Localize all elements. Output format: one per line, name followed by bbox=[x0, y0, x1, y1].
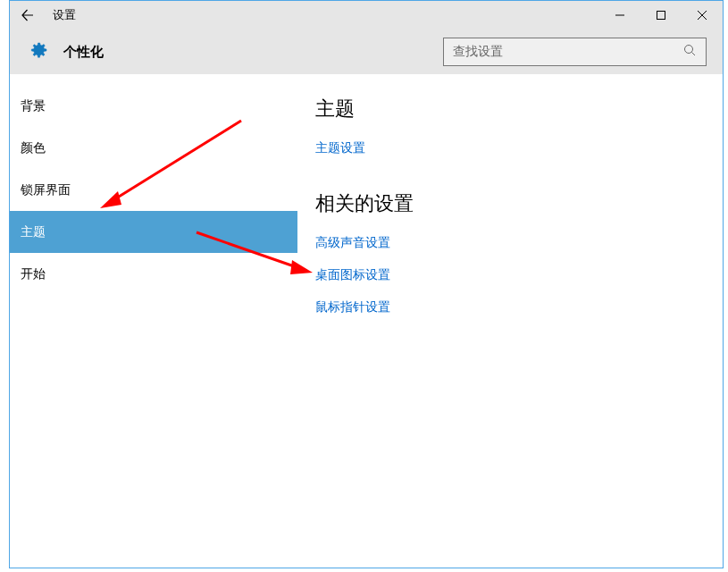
sidebar-item-label: 颜色 bbox=[21, 140, 46, 156]
back-button[interactable] bbox=[17, 4, 38, 26]
content: 背景 颜色 锁屏界面 主题 开始 主题 主题设置 相关的设置 高级声音设置 桌面… bbox=[10, 74, 723, 568]
svg-point-4 bbox=[685, 46, 693, 54]
sidebar-item-background[interactable]: 背景 bbox=[10, 85, 297, 127]
header-left: 个性化 bbox=[28, 39, 104, 64]
sidebar-item-label: 主题 bbox=[21, 224, 46, 240]
sidebar-item-label: 锁屏界面 bbox=[21, 182, 71, 198]
search-icon bbox=[682, 43, 697, 61]
header-title: 个性化 bbox=[63, 44, 104, 61]
search-box[interactable]: 查找设置 bbox=[443, 38, 707, 66]
sidebar: 背景 颜色 锁屏界面 主题 开始 bbox=[10, 74, 297, 568]
titlebar-left: 设置 bbox=[17, 4, 76, 26]
maximize-button[interactable] bbox=[640, 1, 682, 29]
settings-window: 设置 个性化 查找设置 背 bbox=[9, 0, 724, 568]
link-desktop-icons[interactable]: 桌面图标设置 bbox=[315, 267, 705, 283]
sidebar-item-themes[interactable]: 主题 bbox=[10, 211, 297, 253]
titlebar: 设置 bbox=[10, 1, 723, 29]
close-icon bbox=[697, 10, 707, 21]
titlebar-right bbox=[599, 1, 723, 29]
sidebar-item-start[interactable]: 开始 bbox=[10, 253, 297, 295]
minimize-button[interactable] bbox=[599, 1, 640, 29]
sidebar-item-label: 背景 bbox=[21, 98, 46, 114]
link-advanced-sound[interactable]: 高级声音设置 bbox=[315, 235, 705, 251]
header: 个性化 查找设置 bbox=[10, 29, 723, 74]
svg-line-5 bbox=[692, 53, 696, 56]
close-button[interactable] bbox=[682, 1, 723, 29]
minimize-icon bbox=[615, 10, 625, 21]
main-panel: 主题 主题设置 相关的设置 高级声音设置 桌面图标设置 鼠标指针设置 bbox=[297, 74, 723, 568]
section-title-related: 相关的设置 bbox=[315, 190, 705, 217]
back-icon bbox=[21, 8, 35, 22]
sidebar-item-label: 开始 bbox=[21, 266, 46, 282]
link-theme-settings[interactable]: 主题设置 bbox=[315, 140, 705, 156]
gear-icon bbox=[28, 39, 49, 64]
window-title: 设置 bbox=[53, 7, 76, 23]
background-edge bbox=[0, 0, 9, 572]
search-placeholder: 查找设置 bbox=[453, 44, 503, 60]
sidebar-item-colors[interactable]: 颜色 bbox=[10, 127, 297, 169]
link-mouse-pointer[interactable]: 鼠标指针设置 bbox=[315, 299, 705, 315]
svg-rect-1 bbox=[657, 12, 665, 20]
sidebar-item-lockscreen[interactable]: 锁屏界面 bbox=[10, 169, 297, 211]
section-title-themes: 主题 bbox=[315, 96, 705, 122]
maximize-icon bbox=[656, 10, 666, 21]
